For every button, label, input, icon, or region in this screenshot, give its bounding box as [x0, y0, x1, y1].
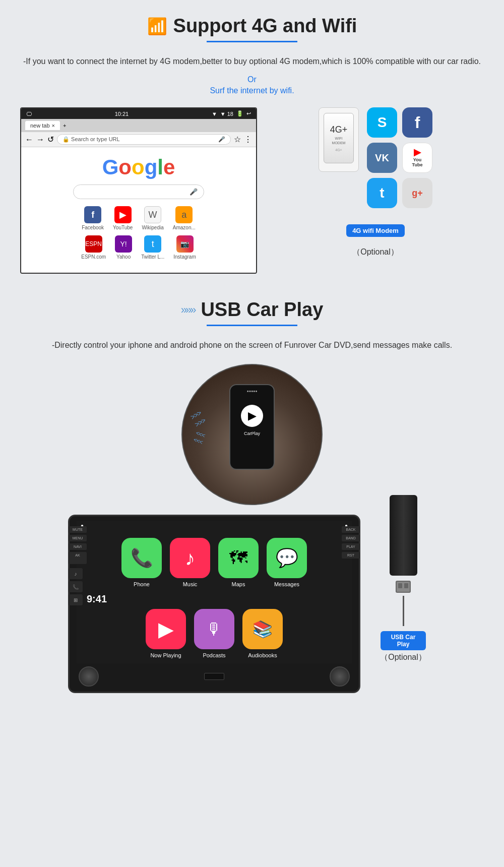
twitter-icon: t	[144, 235, 161, 253]
yahoo-icon: Y!	[115, 235, 132, 253]
radio-icon-buttons: ♪ 📞 ⊞	[69, 568, 87, 605]
phone-circle: >>> >>> <<< <<< ●●●●● ▶ CarPlay	[181, 364, 323, 505]
carplay-logo-circle: ▶	[241, 405, 263, 427]
amazon-icon: a	[175, 206, 193, 223]
bookmarks-row2: ESPN ESPN.com Y! Yahoo t Twitter L... 📷 …	[31, 235, 246, 260]
menu-button[interactable]: MENU	[69, 535, 87, 541]
tab-close-icon: ×	[52, 122, 55, 129]
podcasts-app-label: Podcasts	[203, 652, 225, 658]
gplus-icon: g+	[402, 178, 432, 208]
new-tab-icon[interactable]: +	[63, 122, 66, 129]
app-podcasts[interactable]: 🎙 Podcasts	[194, 609, 234, 658]
app-maps[interactable]: 🗺 Maps	[218, 538, 259, 587]
browser-mockup: 🖵 10:21 ▼ ▼ 18 🔋 ↩ new tab × + ← →	[20, 107, 257, 274]
bookmark-youtube[interactable]: ▶ YouTube	[113, 206, 133, 230]
music-app-icon: ♪	[170, 538, 210, 578]
app-music[interactable]: ♪ Music	[170, 538, 210, 587]
modem-body: 4G+ WIFIMODEM 4G+	[324, 113, 354, 163]
battery-icon: 🔋	[236, 110, 243, 117]
carplay-bottom-row: MUTE MENU NAVI AK ♪ 📞 ⊞	[20, 495, 484, 693]
bookmark-yahoo[interactable]: Y! Yahoo	[115, 235, 132, 260]
app-phone[interactable]: 📞 Phone	[121, 538, 162, 587]
youtube-social-icon: ▶ YouTube	[402, 143, 432, 173]
cd-slot	[204, 673, 224, 680]
forward-btn[interactable]: →	[36, 135, 44, 144]
facebook-label: Facebook	[82, 225, 104, 230]
usb-label: USB Car Play	[381, 631, 426, 650]
music-icon-btn[interactable]: ♪	[69, 568, 83, 579]
app-audiobooks[interactable]: 📚 Audiobooks	[242, 609, 283, 658]
wikipedia-label: Wikipedia	[142, 225, 163, 230]
modem-wifi-text: WIFIMODEM	[332, 136, 346, 145]
right-knob[interactable]	[330, 666, 350, 687]
app-messages[interactable]: 💬 Messages	[267, 538, 307, 587]
audiobooks-app-icon: 📚	[242, 609, 283, 649]
back-btn[interactable]: ←	[25, 135, 33, 144]
arrows-decoration-right: <<< <<<	[195, 430, 204, 445]
grid-icon: ⊞	[74, 597, 78, 603]
browser-tab[interactable]: new tab ×	[25, 121, 60, 130]
maps-app-icon: 🗺	[218, 538, 259, 578]
browser-tab-bar: new tab × +	[21, 119, 256, 132]
menu-dots-icon[interactable]: ⋮	[244, 135, 252, 144]
wifi-title-underline	[207, 41, 297, 42]
instagram-label: Instagram	[173, 254, 196, 260]
carplay-apps-row2: ▶ Now Playing 🎙 Podcasts 📚 Audiobooks	[82, 609, 347, 658]
signal-icon: ▼	[212, 111, 217, 117]
radio-left-buttons: MUTE MENU NAVI AK ♪ 📞 ⊞	[69, 526, 87, 605]
car-radio-unit: MUTE MENU NAVI AK ♪ 📞 ⊞	[68, 515, 360, 693]
podcasts-app-icon: 🎙	[194, 609, 234, 649]
browser-url-bar[interactable]: 🔒 Search or type URL 🎤	[57, 134, 231, 145]
modem-social-row: 4G+ WIFIMODEM 4G+ S f VK ▶ YouT	[319, 107, 432, 213]
modem-4g-text: 4G+	[330, 125, 348, 135]
bookmark-instagram[interactable]: 📷 Instagram	[173, 235, 196, 260]
google-search-bar[interactable]: 🎤	[73, 184, 204, 199]
bookmark-star-icon[interactable]: ☆	[234, 135, 241, 144]
grid-icon-btn[interactable]: ⊞	[69, 594, 83, 605]
carplay-heading: USB Car Play	[201, 299, 323, 321]
facebook-icon: f	[84, 206, 101, 223]
modem-device: 4G+ WIFIMODEM 4G+	[319, 107, 359, 172]
app-nowplaying[interactable]: ▶ Now Playing	[146, 609, 186, 658]
phone-hand-area: >>> >>> <<< <<< ●●●●● ▶ CarPlay	[20, 364, 484, 505]
rst-button[interactable]: RST	[342, 552, 360, 559]
modem-4g-small: 4G+	[335, 148, 342, 152]
search-mic-icon: 🎤	[190, 188, 198, 196]
phone-icon-btn[interactable]: 📞	[69, 581, 83, 592]
radio-screen-header: ● ●	[77, 521, 352, 530]
refresh-btn[interactable]: ↺	[47, 135, 54, 144]
status-window-icon: 🖵	[26, 111, 32, 117]
usb-pin-2	[404, 583, 408, 588]
carplay-screen-body: 📞 Phone ♪ Music 🗺 Maps 💬 Messages	[77, 530, 352, 663]
music-note-icon: ♪	[75, 571, 77, 577]
bookmark-espn[interactable]: ESPN ESPN.com	[81, 235, 106, 260]
bookmark-amazon[interactable]: a Amazon...	[173, 206, 196, 230]
bookmark-facebook[interactable]: f Facebook	[82, 206, 104, 230]
ak-button[interactable]: AK	[69, 552, 87, 564]
wifi-right-panel: 4G+ WIFIMODEM 4G+ S f VK ▶ YouT	[267, 107, 484, 258]
youtube-label: YouTube	[113, 225, 133, 230]
bookmark-wikipedia[interactable]: W Wikipedia	[142, 206, 163, 230]
maps-app-label: Maps	[232, 581, 245, 587]
mute-button[interactable]: MUTE	[69, 526, 87, 533]
carplay-description: -Directly control your iphone and androi…	[20, 338, 484, 352]
wikipedia-icon: W	[144, 206, 161, 223]
carplay-phone-label: CarPlay	[244, 431, 260, 436]
bookmark-twitter[interactable]: t Twitter L...	[141, 235, 164, 260]
play-button[interactable]: PLAY	[342, 543, 360, 550]
back-button[interactable]: BACK	[342, 526, 360, 533]
twitter-social-icon: t	[367, 178, 397, 208]
band-button[interactable]: BAND	[342, 535, 360, 541]
instagram-icon: 📷	[176, 235, 194, 253]
left-knob[interactable]	[79, 666, 99, 687]
dongle-body	[390, 495, 417, 576]
carplay-section: »»» USB Car Play -Directly control your …	[0, 284, 504, 703]
arrows-decoration-left: >>> >>>	[193, 410, 204, 427]
navi-button[interactable]: NAVI	[69, 543, 87, 550]
wifi-description: -If you want to connect the internet by …	[20, 54, 484, 68]
phone-app-label: Phone	[134, 581, 150, 587]
wifi-surf-text: Surf the internet by wifi.	[20, 86, 484, 95]
status-time: 10:21	[115, 111, 129, 117]
usb-dongle: USB Car Play （Optional）	[381, 495, 426, 663]
phone-device: ●●●●● ▶ CarPlay	[229, 384, 275, 470]
